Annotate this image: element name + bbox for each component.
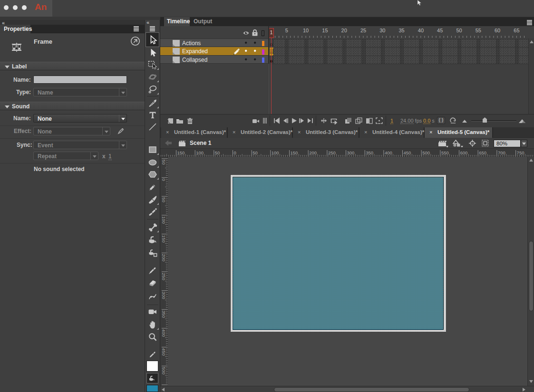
svg-text:750: 750 (517, 150, 524, 155)
svg-text:200: 200 (309, 150, 317, 155)
svg-text:550: 550 (441, 150, 449, 155)
svg-text:0: 0 (234, 150, 236, 155)
svg-text:200: 200 (161, 254, 166, 261)
svg-text:100: 100 (196, 150, 204, 155)
svg-text:50: 50 (215, 150, 220, 155)
svg-text:500: 500 (161, 367, 166, 374)
svg-text:50: 50 (161, 197, 166, 202)
svg-text:150: 150 (177, 150, 185, 155)
svg-text:450: 450 (161, 348, 166, 356)
svg-text:50: 50 (161, 160, 166, 165)
svg-text:350: 350 (366, 150, 373, 155)
svg-text:600: 600 (460, 150, 468, 155)
svg-text:650: 650 (479, 150, 486, 155)
svg-text:300: 300 (161, 292, 166, 299)
svg-text:0: 0 (161, 179, 166, 181)
svg-text:50: 50 (252, 150, 258, 155)
svg-text:300: 300 (347, 150, 355, 155)
svg-text:150: 150 (291, 150, 298, 155)
svg-text:700: 700 (498, 150, 505, 155)
svg-text:400: 400 (161, 329, 166, 337)
svg-text:100: 100 (161, 216, 166, 224)
svg-text:150: 150 (161, 235, 166, 243)
svg-text:100: 100 (272, 150, 279, 155)
svg-text:500: 500 (422, 150, 430, 155)
svg-text:350: 350 (161, 310, 166, 318)
svg-text:400: 400 (385, 150, 392, 155)
svg-text:250: 250 (328, 150, 336, 155)
svg-text:250: 250 (161, 273, 166, 280)
svg-text:450: 450 (404, 150, 411, 155)
